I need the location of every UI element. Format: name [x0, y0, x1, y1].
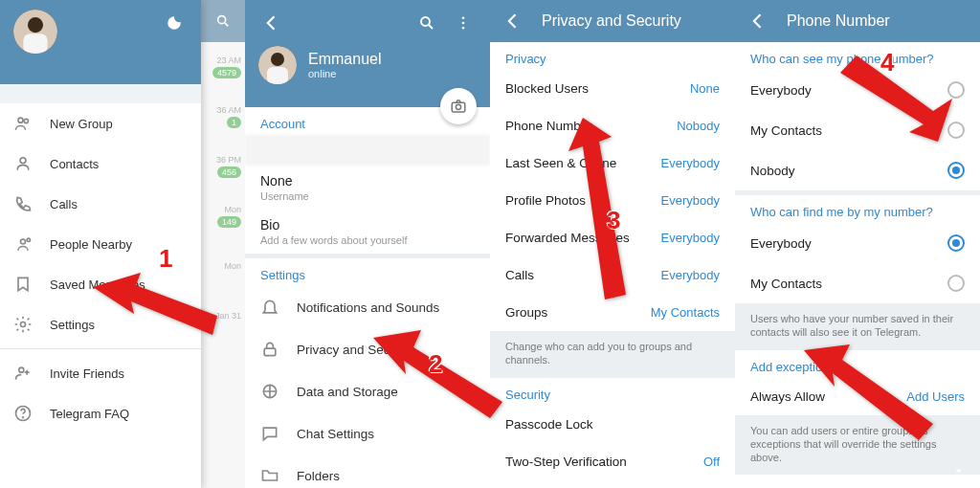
- section-privacy: Privacy: [490, 42, 735, 70]
- avatar[interactable]: [258, 46, 297, 84]
- menu-label: People Nearby: [50, 237, 132, 252]
- data-icon: [260, 382, 279, 401]
- menu-invite-friends[interactable]: Invite Friends: [0, 353, 201, 393]
- svg-rect-22: [264, 348, 276, 356]
- row-last-seen[interactable]: Last Seen & OnlineEverybody: [490, 144, 735, 182]
- bio-field[interactable]: Bio Add a few words about yourself: [245, 210, 490, 254]
- night-mode-icon[interactable]: [161, 10, 188, 36]
- bell-icon: [260, 298, 279, 317]
- row-passcode[interactable]: Passcode Lock: [490, 406, 735, 443]
- menu-calls[interactable]: Calls: [0, 184, 201, 224]
- row-calls[interactable]: CallsEverybody: [490, 256, 735, 294]
- svg-point-3: [18, 118, 23, 122]
- setting-chat[interactable]: Chat Settings: [245, 412, 490, 455]
- svg-point-21: [456, 104, 460, 109]
- svg-point-1: [28, 17, 43, 33]
- section-security: Security: [490, 378, 735, 406]
- divider: [0, 348, 201, 349]
- nearby-icon: [13, 234, 33, 254]
- setting-data[interactable]: Data and Storage: [245, 370, 490, 412]
- row-groups[interactable]: GroupsMy Contacts: [490, 294, 735, 331]
- lock-icon: [260, 340, 279, 359]
- section-who-find: Who can find me by my number?: [735, 195, 980, 223]
- step-number: 3: [607, 206, 620, 235]
- header: Phone Number: [735, 0, 980, 42]
- svg-point-8: [21, 322, 26, 327]
- svg-point-14: [462, 16, 465, 19]
- folder-icon: [260, 466, 279, 485]
- more-icon[interactable]: [450, 10, 477, 36]
- row-sessions[interactable]: Active Sessions: [490, 480, 735, 488]
- phone-field[interactable]: [245, 135, 490, 166]
- person-icon: [13, 154, 33, 173]
- setting-notifications[interactable]: Notifications and Sounds: [245, 286, 490, 328]
- row-always-allow[interactable]: Always AllowAdd Users: [735, 378, 980, 415]
- menu-new-group[interactable]: New Group: [0, 103, 201, 144]
- svg-point-9: [19, 367, 24, 372]
- menu-settings[interactable]: Settings: [0, 304, 201, 344]
- setting-privacy[interactable]: Privacy and Security: [245, 328, 490, 370]
- camera-fab[interactable]: [440, 88, 477, 124]
- help-contacts: Users who have your number saved in thei…: [735, 303, 980, 350]
- group-icon: [13, 114, 33, 133]
- section-who-see: Who can see my phone number?: [735, 42, 980, 70]
- step-number: 2: [429, 349, 442, 379]
- radio-icon: [947, 162, 965, 179]
- radio-icon: [947, 234, 965, 252]
- svg-point-13: [421, 17, 430, 26]
- search-icon[interactable]: [413, 10, 440, 36]
- header: Privacy and Security: [490, 0, 735, 42]
- phone-icon: [13, 194, 33, 213]
- back-icon[interactable]: [258, 10, 285, 36]
- search-icon[interactable]: [201, 0, 245, 42]
- gear-icon: [13, 315, 33, 334]
- page-title: Privacy and Security: [542, 12, 681, 30]
- opt-everybody[interactable]: Everybody: [735, 70, 980, 110]
- radio-icon: [947, 81, 965, 99]
- username-field[interactable]: None Username: [245, 166, 490, 210]
- avatar[interactable]: [13, 10, 57, 54]
- svg-point-16: [462, 27, 465, 30]
- menu-label: Invite Friends: [50, 366, 124, 381]
- setting-folders[interactable]: Folders: [245, 455, 490, 488]
- radio-icon: [947, 122, 965, 139]
- chat-list-background: 23 AM4579 36 AM1 36 PM456 Mon149 Mon Jan…: [201, 0, 245, 488]
- online-status: online: [308, 68, 381, 79]
- svg-rect-19: [267, 67, 288, 84]
- opt-my-contacts[interactable]: My Contacts: [735, 110, 980, 150]
- row-phone-number[interactable]: Phone NumberNobody: [490, 107, 735, 144]
- menu-contacts[interactable]: Contacts: [0, 144, 201, 184]
- help-exceptions: You can add users or entire groups as ex…: [735, 415, 980, 476]
- privacy-help: Change who can add you to groups and cha…: [490, 331, 735, 378]
- row-twostep[interactable]: Two-Step VerificationOff: [490, 443, 735, 480]
- add-person-icon: [13, 364, 33, 383]
- step-number: 1: [159, 244, 172, 274]
- back-icon[interactable]: [745, 8, 771, 34]
- menu-faq[interactable]: Telegram FAQ: [0, 393, 201, 433]
- svg-point-4: [24, 119, 28, 122]
- help-icon: [13, 404, 33, 423]
- opt2-my-contacts[interactable]: My Contacts: [735, 263, 980, 303]
- profile-name: Emmanuel: [308, 51, 381, 68]
- opt2-everybody[interactable]: Everybody: [735, 223, 980, 263]
- svg-point-12: [218, 16, 226, 24]
- menu-label: Calls: [50, 197, 78, 211]
- svg-point-15: [462, 22, 465, 25]
- bookmark-icon: [13, 275, 33, 294]
- account-strip: [0, 84, 201, 103]
- chat-icon: [260, 424, 279, 443]
- menu-label: Telegram FAQ: [50, 407, 129, 421]
- svg-rect-2: [23, 33, 47, 54]
- menu-label: Contacts: [50, 157, 99, 171]
- step-number: 4: [880, 48, 894, 78]
- back-icon[interactable]: [500, 8, 526, 34]
- drawer-header: [0, 0, 201, 84]
- row-blocked-users[interactable]: Blocked UsersNone: [490, 70, 735, 107]
- page-title: Phone Number: [787, 12, 890, 30]
- svg-point-5: [20, 158, 26, 164]
- opt-nobody[interactable]: Nobody: [735, 150, 980, 190]
- section-settings: Settings: [245, 258, 490, 286]
- svg-point-18: [271, 53, 284, 66]
- svg-point-6: [21, 239, 26, 244]
- profile-header: Emmanuel online: [245, 0, 490, 107]
